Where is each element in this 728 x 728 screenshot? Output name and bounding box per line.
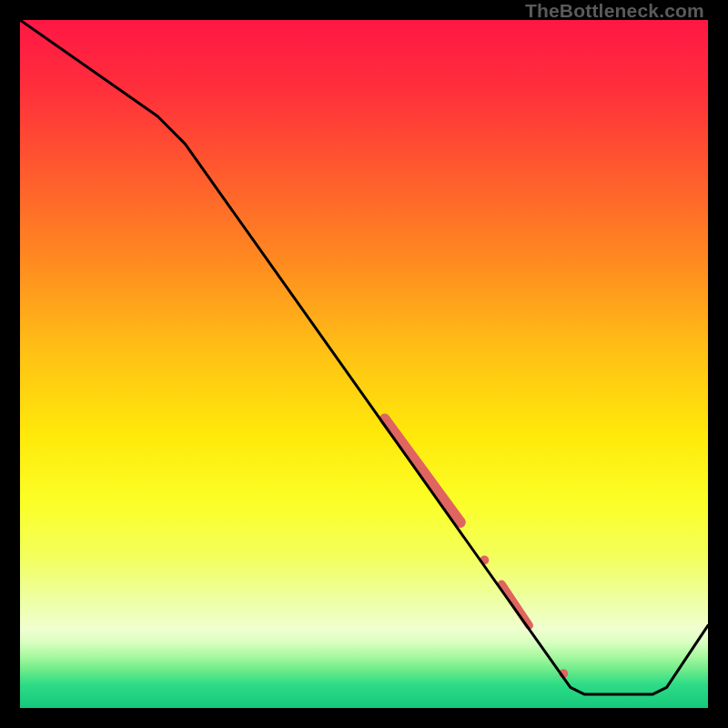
watermark-text: TheBottleneck.com — [525, 0, 704, 22]
outer-black-frame: TheBottleneck.com — [0, 0, 728, 728]
plot-area — [20, 20, 708, 708]
gradient-background — [20, 20, 708, 708]
chart-svg — [20, 20, 708, 708]
